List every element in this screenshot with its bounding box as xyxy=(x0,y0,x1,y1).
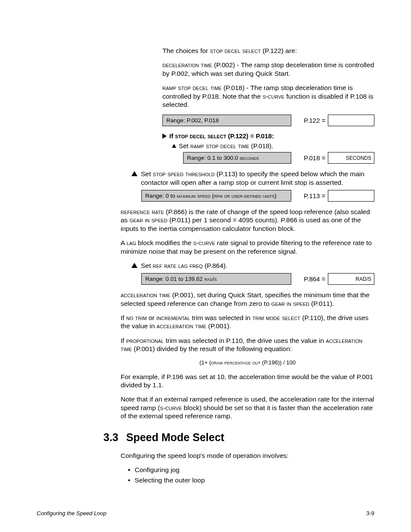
equation: (1+ (draw percentage out (P.196)) / 100 xyxy=(121,359,374,366)
value-p122[interactable] xyxy=(328,115,374,126)
section-intro: Configuring the speed loop's mode of ope… xyxy=(121,451,374,460)
example-desc: For example, if P.196 was set at 10, the… xyxy=(121,373,374,389)
triangle-up-icon xyxy=(131,171,137,176)
step-ref-rate-lag: Set ref rate lag freq (P.864). xyxy=(131,261,374,270)
triangle-right-icon xyxy=(162,134,167,139)
reference-rate-desc: reference rate (P.866) is the rate of ch… xyxy=(121,208,374,233)
section-title: Speed Mode Select xyxy=(126,431,224,444)
page-footer: Configuring the Speed Loop 3-9 xyxy=(37,510,374,516)
label-p864: P.864 = xyxy=(291,273,328,285)
param-row-p864: Range: 0.01 to 139.62 rad/s P.864 = RAD/… xyxy=(141,273,374,285)
value-p018[interactable]: SECONDS xyxy=(328,152,374,164)
choices-intro: The choices for stop decel select (P.122… xyxy=(162,47,374,55)
value-p113[interactable] xyxy=(328,190,374,202)
bullet-selecting-outer-loop: •Selecting the outer loop xyxy=(128,476,374,484)
section-heading: 3.3 Speed Mode Select xyxy=(103,431,374,444)
param-row-p122: Range: P.002, P.018 P.122 = xyxy=(162,115,374,126)
label-p113: P.113 = xyxy=(291,190,328,202)
section-number: 3.3 xyxy=(103,431,118,444)
proportional-desc: If proportional trim was selected in P.1… xyxy=(121,336,374,353)
footer-title: Configuring the Speed Loop xyxy=(37,510,106,516)
external-ramp-note: Note that if an external ramped referenc… xyxy=(121,395,374,420)
decel-time-desc: deceleration time (P.002) - The ramp sto… xyxy=(162,61,374,78)
triangle-up-icon xyxy=(172,144,176,148)
set-ramp-stop-line: Set ramp stop decel time (P.018). xyxy=(172,142,374,149)
no-trim-desc: If no trim or incremental trim was selec… xyxy=(121,314,374,330)
ramp-stop-desc: ramp stop decel time (P.018) - The ramp … xyxy=(162,84,374,109)
lag-block-desc: A lag block modifies the s-curve rate si… xyxy=(121,239,374,255)
label-p122: P.122 = xyxy=(291,115,328,126)
if-stop-decel-heading: If stop decel select (P.122) = P.018: xyxy=(162,132,374,140)
range-p864: Range: 0.01 to 139.62 rad/s xyxy=(141,273,291,285)
step-stop-speed-threshold: Set stop speed threshold (P.113) to spec… xyxy=(131,170,374,187)
value-p864[interactable]: RAD/S xyxy=(328,273,374,285)
param-row-p018: Range: 0.1 to 300.0 seconds P.018 = SECO… xyxy=(183,152,374,164)
range-p113: Range: 0 to maximum speed (rpm or user-d… xyxy=(141,190,291,202)
triangle-up-icon xyxy=(131,263,137,268)
range-p018: Range: 0.1 to 300.0 seconds xyxy=(183,152,291,164)
footer-page-number: 3-9 xyxy=(366,510,374,516)
range-p122: Range: P.002, P.018 xyxy=(162,115,291,126)
bullet-configuring-jog: •Configuring jog xyxy=(128,466,374,474)
label-p018: P.018 = xyxy=(291,152,328,164)
param-row-p113: Range: 0 to maximum speed (rpm or user-d… xyxy=(141,190,374,202)
accel-time-desc: acceleration time (P.001), set during Qu… xyxy=(121,291,374,308)
